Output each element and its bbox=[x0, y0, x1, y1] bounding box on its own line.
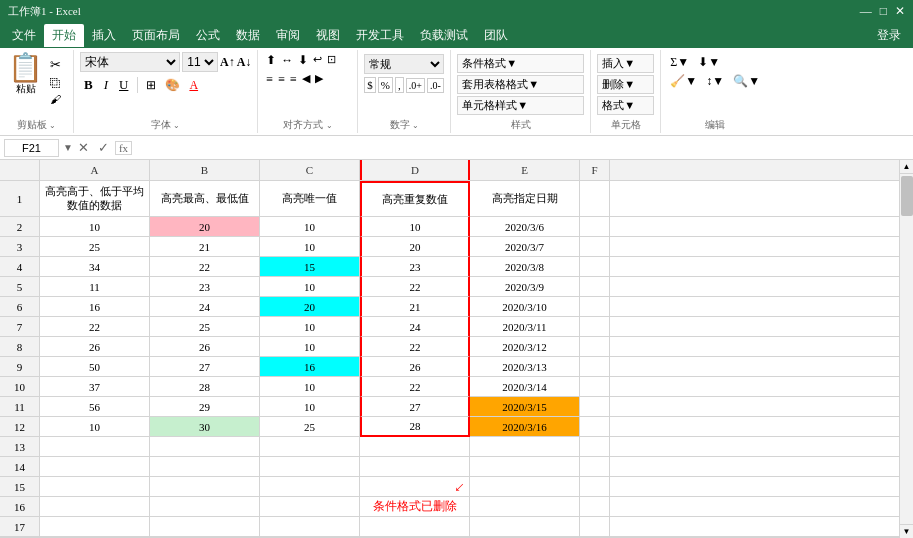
col-header-e[interactable]: E bbox=[470, 160, 580, 180]
dec-dec-btn[interactable]: .0- bbox=[427, 78, 444, 93]
cell-c7[interactable]: 10 bbox=[260, 317, 360, 337]
cell-b6[interactable]: 24 bbox=[150, 297, 260, 317]
close-btn[interactable]: ✕ bbox=[895, 4, 905, 19]
scroll-down-btn[interactable]: ▼ bbox=[900, 524, 914, 538]
cell-e4[interactable]: 2020/3/8 bbox=[470, 257, 580, 277]
menu-item-formula[interactable]: 公式 bbox=[188, 24, 228, 47]
find-btn[interactable]: 🔍▼ bbox=[730, 73, 763, 90]
insert-function-btn[interactable]: fx bbox=[115, 141, 132, 155]
cell-b11[interactable]: 29 bbox=[150, 397, 260, 417]
cell-a16[interactable] bbox=[40, 497, 150, 517]
cell-d11[interactable]: 27 bbox=[360, 397, 470, 417]
cell-a4[interactable]: 34 bbox=[40, 257, 150, 277]
cell-d15[interactable]: ← bbox=[360, 477, 470, 497]
cell-b9[interactable]: 27 bbox=[150, 357, 260, 377]
cell-a6[interactable]: 16 bbox=[40, 297, 150, 317]
menu-item-file[interactable]: 文件 bbox=[4, 24, 44, 47]
underline-btn[interactable]: U bbox=[115, 75, 132, 95]
italic-btn[interactable]: I bbox=[100, 75, 112, 95]
merge-btn[interactable]: ⊡ bbox=[325, 52, 338, 69]
cell-e16[interactable] bbox=[470, 497, 580, 517]
maximize-btn[interactable]: □ bbox=[880, 4, 887, 19]
sort-btn[interactable]: ↕▼ bbox=[703, 73, 727, 90]
cell-e15[interactable] bbox=[470, 477, 580, 497]
scroll-thumb[interactable] bbox=[901, 176, 913, 216]
menu-item-insert[interactable]: 插入 bbox=[84, 24, 124, 47]
cell-d14[interactable] bbox=[360, 457, 470, 477]
fill-down-btn[interactable]: ⬇▼ bbox=[695, 54, 723, 71]
cell-c6[interactable]: 20 bbox=[260, 297, 360, 317]
cell-d13[interactable] bbox=[360, 437, 470, 457]
delete-btn[interactable]: 删除▼ bbox=[597, 75, 654, 94]
cell-d9[interactable]: 26 bbox=[360, 357, 470, 377]
cell-b7[interactable]: 25 bbox=[150, 317, 260, 337]
cell-c11[interactable]: 10 bbox=[260, 397, 360, 417]
font-shrink-btn[interactable]: A↓ bbox=[237, 55, 252, 70]
cell-b5[interactable]: 23 bbox=[150, 277, 260, 297]
insert-btn[interactable]: 插入▼ bbox=[597, 54, 654, 73]
table-style-btn[interactable]: 套用表格格式▼ bbox=[457, 75, 584, 94]
cell-a13[interactable] bbox=[40, 437, 150, 457]
cell-c3[interactable]: 10 bbox=[260, 237, 360, 257]
menu-item-team[interactable]: 团队 bbox=[476, 24, 516, 47]
cell-b16[interactable] bbox=[150, 497, 260, 517]
align-center-btn[interactable]: ≡ bbox=[276, 71, 287, 88]
menu-item-review[interactable]: 审阅 bbox=[268, 24, 308, 47]
cell-a9[interactable]: 50 bbox=[40, 357, 150, 377]
cell-a2[interactable]: 10 bbox=[40, 217, 150, 237]
cell-d1[interactable]: 高亮重复数值 bbox=[360, 181, 470, 217]
cell-b12[interactable]: 30 bbox=[150, 417, 260, 437]
cell-e10[interactable]: 2020/3/14 bbox=[470, 377, 580, 397]
paste-button[interactable]: 📋 粘贴 bbox=[6, 52, 45, 98]
login-button[interactable]: 登录 bbox=[869, 24, 909, 47]
copy-button[interactable]: ⿻ bbox=[47, 76, 64, 90]
cell-e17[interactable] bbox=[470, 517, 580, 537]
cell-e2[interactable]: 2020/3/6 bbox=[470, 217, 580, 237]
cell-d10[interactable]: 22 bbox=[360, 377, 470, 397]
cell-style-btn[interactable]: 单元格样式▼ bbox=[457, 96, 584, 115]
cell-c10[interactable]: 10 bbox=[260, 377, 360, 397]
cell-e1[interactable]: 高亮指定日期 bbox=[470, 181, 580, 217]
cancel-formula-btn[interactable]: ✕ bbox=[75, 140, 92, 156]
font-color-btn[interactable]: A bbox=[186, 77, 201, 94]
cell-c12[interactable]: 25 bbox=[260, 417, 360, 437]
format-paint-button[interactable]: 🖌 bbox=[47, 92, 64, 106]
cell-a7[interactable]: 22 bbox=[40, 317, 150, 337]
cell-d4[interactable]: 23 bbox=[360, 257, 470, 277]
cell-c9[interactable]: 16 bbox=[260, 357, 360, 377]
cell-b1[interactable]: 高亮最高、最低值 bbox=[150, 181, 260, 217]
format-btn[interactable]: 格式▼ bbox=[597, 96, 654, 115]
cell-e9[interactable]: 2020/3/13 bbox=[470, 357, 580, 377]
cell-c17[interactable] bbox=[260, 517, 360, 537]
sum-btn[interactable]: Σ▼ bbox=[667, 54, 692, 71]
cell-e5[interactable]: 2020/3/9 bbox=[470, 277, 580, 297]
minimize-btn[interactable]: — bbox=[860, 4, 872, 19]
cell-e12[interactable]: 2020/3/16 bbox=[470, 417, 580, 437]
col-header-b[interactable]: B bbox=[150, 160, 260, 180]
cell-c8[interactable]: 10 bbox=[260, 337, 360, 357]
number-format-select[interactable]: 常规 bbox=[364, 54, 444, 74]
cell-a5[interactable]: 11 bbox=[40, 277, 150, 297]
fill-color-btn[interactable]: 🎨 bbox=[162, 77, 183, 94]
cell-b3[interactable]: 21 bbox=[150, 237, 260, 257]
cell-b10[interactable]: 28 bbox=[150, 377, 260, 397]
cell-d7[interactable]: 24 bbox=[360, 317, 470, 337]
scroll-up-btn[interactable]: ▲ bbox=[900, 160, 914, 174]
cell-d2[interactable]: 10 bbox=[360, 217, 470, 237]
cell-e6[interactable]: 2020/3/10 bbox=[470, 297, 580, 317]
cell-c1[interactable]: 高亮唯一值 bbox=[260, 181, 360, 217]
cell-c15[interactable] bbox=[260, 477, 360, 497]
cell-d3[interactable]: 20 bbox=[360, 237, 470, 257]
align-bottom-btn[interactable]: ⬇ bbox=[296, 52, 310, 69]
menu-item-layout[interactable]: 页面布局 bbox=[124, 24, 188, 47]
cell-b17[interactable] bbox=[150, 517, 260, 537]
cell-e14[interactable] bbox=[470, 457, 580, 477]
cell-reference-input[interactable] bbox=[4, 139, 59, 157]
align-left-btn[interactable]: ≡ bbox=[264, 71, 275, 88]
cell-a8[interactable]: 26 bbox=[40, 337, 150, 357]
font-grow-btn[interactable]: A↑ bbox=[220, 55, 235, 70]
col-header-f[interactable]: F bbox=[580, 160, 610, 180]
cell-b4[interactable]: 22 bbox=[150, 257, 260, 277]
cell-e7[interactable]: 2020/3/11 bbox=[470, 317, 580, 337]
cell-e13[interactable] bbox=[470, 437, 580, 457]
